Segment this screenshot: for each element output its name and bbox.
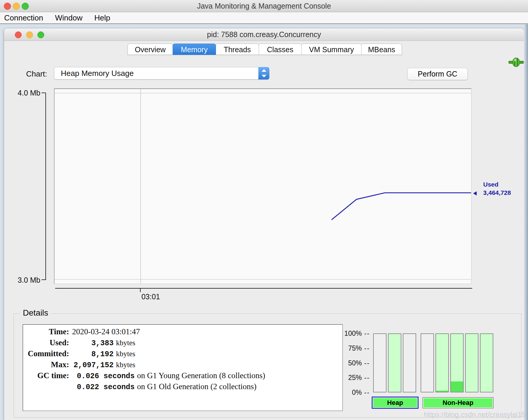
details-row: Max:2,097,152kbytes (23, 359, 342, 370)
tab-mbeans[interactable]: MBeans (361, 44, 402, 55)
usage-bar (373, 333, 387, 392)
watermark: https://blog.csdn.net/creasylai19 (424, 411, 526, 419)
tab-vm-summary[interactable]: VM Summary (301, 44, 362, 55)
menu-item-window[interactable]: Window (55, 13, 82, 23)
heap-line-svg (55, 89, 471, 284)
details-row: Used:3,383kbytes (23, 337, 342, 348)
tab-strip: OverviewMemoryThreadsClassesVM SummaryMB… (4, 41, 524, 56)
tab-classes[interactable]: Classes (259, 44, 302, 55)
usage-axis-label: 0%-- (352, 388, 370, 397)
menu-item-connection[interactable]: Connection (4, 13, 43, 23)
chart-select-label: Chart: (26, 69, 45, 79)
y-axis-tick-top (42, 93, 46, 93)
x-axis-label: 03:01 (136, 292, 166, 301)
usage-bar (403, 333, 416, 392)
usage-axis-label: 50%-- (348, 359, 370, 367)
usage-axis-label: 100%-- (344, 329, 370, 338)
usage-bar (388, 333, 401, 392)
tab-bar: OverviewMemoryThreadsClassesVM SummaryMB… (128, 44, 402, 55)
details-panel: Time:2020-03-24 03:01:47Used:3,383kbytes… (23, 324, 343, 411)
usage-bar (421, 333, 434, 392)
usage-bar (465, 333, 478, 392)
perform-gc-button[interactable]: Perform GC (407, 68, 468, 80)
y-axis-label-top: 4.0 Mb (9, 88, 40, 97)
chevron-up-down-icon[interactable] (258, 67, 269, 79)
usage-bar (450, 333, 464, 392)
usage-bars-axis: 100%--75%--50%--25%--0%-- (325, 329, 370, 400)
y-axis-label-bottom: 3.0 Mb (9, 276, 40, 284)
chart-select-value: Heap Memory Usage (61, 67, 134, 79)
usage-axis-label: 25%-- (348, 373, 370, 382)
heap-bars-group (373, 333, 416, 392)
used-series-label: Used 3,464,728 (483, 180, 511, 197)
details-row: 0.022 secondson G1 Old Generation (2 col… (23, 381, 342, 392)
memory-chart-plot (54, 88, 472, 284)
app-titlebar: Java Monitoring & Management Console (0, 0, 528, 12)
inner-window-title: pid: 7588 com.creasy.Concurrency (4, 28, 524, 41)
chart-select[interactable]: Heap Memory Usage (54, 67, 269, 79)
usage-bars (373, 333, 493, 392)
heap-button[interactable]: Heap (372, 397, 419, 409)
nonheap-button[interactable]: Non-Heap (422, 397, 494, 408)
y-axis-tick-bottom (42, 279, 46, 280)
details-row: Committed:8,192kbytes (23, 348, 342, 359)
menu-bar: ConnectionWindowHelp (0, 12, 528, 24)
x-axis-line (55, 288, 472, 289)
console-window: pid: 7588 com.creasy.Concurrency Overvie… (4, 28, 524, 420)
connection-status-plug-icon (508, 57, 524, 67)
usage-bar (435, 333, 449, 392)
tab-memory[interactable]: Memory (173, 44, 216, 55)
details-row: GC time:0.026 secondson G1 Young Generat… (23, 370, 342, 381)
screen: Java Monitoring & Management Console Con… (0, 0, 528, 420)
used-series-name: Used (483, 180, 511, 189)
inner-window-titlebar: pid: 7588 com.creasy.Concurrency (4, 28, 524, 41)
window-edge (524, 24, 528, 420)
x-axis-tick (140, 289, 141, 292)
used-memory-line (332, 193, 471, 220)
nonheap-bars-group (421, 333, 493, 392)
line-end-marker-icon (473, 191, 477, 195)
details-legend: Details (20, 308, 51, 318)
tab-threads[interactable]: Threads (216, 44, 259, 55)
details-row: Time:2020-03-24 03:01:47 (23, 326, 342, 337)
menu-item-help[interactable]: Help (94, 13, 110, 23)
usage-axis-label: 75%-- (348, 344, 370, 352)
used-series-value: 3,464,728 (483, 189, 511, 197)
app-title: Java Monitoring & Management Console (0, 0, 528, 12)
tab-overview[interactable]: Overview (128, 44, 173, 55)
usage-bar (480, 333, 493, 392)
y-axis-line (45, 93, 46, 280)
